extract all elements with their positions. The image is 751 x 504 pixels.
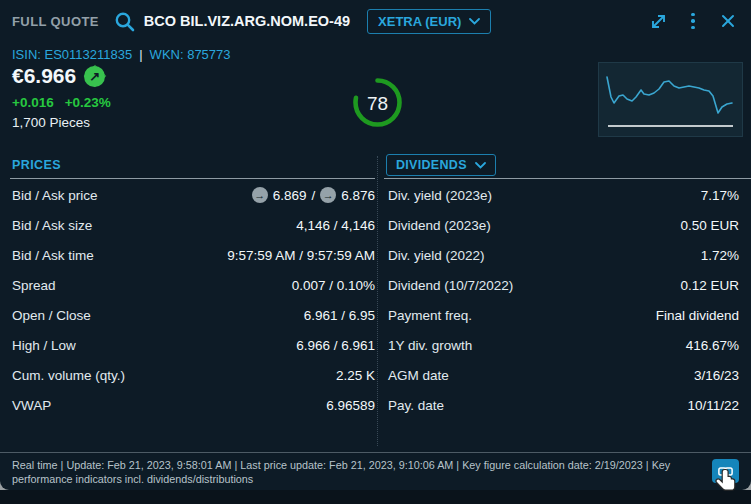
identifier-separator: | xyxy=(139,47,142,62)
trend-up-icon: ↗ xyxy=(84,66,105,87)
full-quote-window: FULL QUOTE BCO BIL.VIZ.ARG.NOM.EO-49 XET… xyxy=(0,0,751,490)
chart-baseline xyxy=(608,125,733,127)
sparkline-path xyxy=(607,77,732,113)
chevron-down-icon xyxy=(469,18,480,25)
ask-price: 6.876 xyxy=(341,188,375,203)
mouse-cursor xyxy=(714,468,740,500)
table-row: High / Low6.966 / 6.961 xyxy=(10,330,375,360)
prices-header: PRICES xyxy=(10,158,61,172)
table-row: AGM date3/16/23 xyxy=(384,360,751,390)
exchange-selector[interactable]: XETRA (EUR) xyxy=(367,9,491,34)
table-row: Bid / Ask time9:57:59 AM / 9:57:59 AM xyxy=(10,240,375,270)
table-row: Div. yield (2022)1.72% xyxy=(384,240,751,270)
wkn-value: WKN: 875773 xyxy=(150,47,231,62)
dividends-header: DIVIDENDS xyxy=(396,158,467,172)
score-value: 78 xyxy=(367,93,388,114)
table-row: VWAP6.96589 xyxy=(10,390,375,420)
column-divider xyxy=(377,156,378,446)
window-title: FULL QUOTE xyxy=(12,14,99,29)
security-name[interactable]: BCO BIL.VIZ.ARG.NOM.EO-49 xyxy=(144,13,350,29)
identifiers-line: ISIN: ES0113211835 | WKN: 875773 xyxy=(12,47,231,62)
bid-direction-icon: → xyxy=(252,187,268,203)
kebab-menu-icon[interactable] xyxy=(683,11,703,31)
table-row: Bid / Ask size4,146 / 4,146 xyxy=(10,210,375,240)
title-bar: FULL QUOTE BCO BIL.VIZ.ARG.NOM.EO-49 XET… xyxy=(0,0,751,42)
table-row: Bid / Ask price → 6.869 / → 6.876 xyxy=(10,180,375,210)
change-percent: +0.23% xyxy=(65,95,111,110)
table-row: Dividend (10/7/2022)0.12 EUR xyxy=(384,270,751,300)
close-icon[interactable] xyxy=(718,11,738,31)
traded-volume: 1,700 Pieces xyxy=(12,115,111,130)
table-row: Cum. volume (qty.)2.25 K xyxy=(10,360,375,390)
status-footer: Real time | Update: Feb 21, 2023, 9:58:0… xyxy=(0,452,751,490)
prices-section: PRICES Bid / Ask price → 6.869 / → 6.876… xyxy=(10,152,375,420)
update-info-text: Real time | Update: Feb 21, 2023, 9:58:0… xyxy=(12,458,704,486)
change-absolute: +0.016 xyxy=(12,95,54,110)
table-row: Payment freq.Final dividend xyxy=(384,300,751,330)
dividends-section: DIVIDENDS Div. yield (2023e)7.17% Divide… xyxy=(384,152,751,420)
price-sparkline-chart[interactable] xyxy=(598,62,743,137)
background-strip xyxy=(0,490,751,504)
table-row: Dividend (2023e)0.50 EUR xyxy=(384,210,751,240)
score-gauge: 78 xyxy=(351,76,404,129)
table-row: Spread0.007 / 0.10% xyxy=(10,270,375,300)
chevron-down-icon xyxy=(475,162,486,169)
table-row: Pay. date10/11/22 xyxy=(384,390,751,420)
expand-icon[interactable] xyxy=(648,11,668,31)
table-row: Div. yield (2023e)7.17% xyxy=(384,180,751,210)
last-price: €6.966 xyxy=(12,64,76,88)
table-row: 1Y div. growth416.67% xyxy=(384,330,751,360)
bid-price: 6.869 xyxy=(273,188,307,203)
quote-block: €6.966 ↗ +0.016 +0.23% 1,700 Pieces xyxy=(12,64,111,130)
search-icon[interactable] xyxy=(114,11,135,32)
dividends-section-selector[interactable]: DIVIDENDS xyxy=(386,154,496,176)
window-controls xyxy=(648,0,738,42)
isin-value: ISIN: ES0113211835 xyxy=(12,47,132,62)
table-row: Open / Close6.961 / 6.95 xyxy=(10,300,375,330)
exchange-selector-label: XETRA (EUR) xyxy=(378,14,461,29)
ask-direction-icon: → xyxy=(320,187,336,203)
